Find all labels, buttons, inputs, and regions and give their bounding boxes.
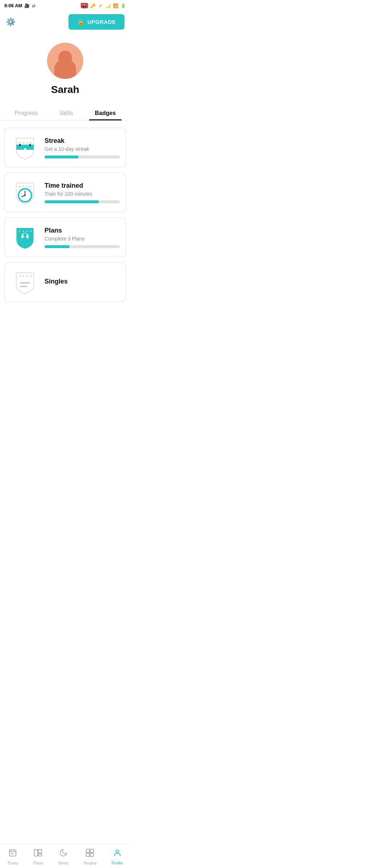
badge-icon-streak: ★ ★ ★ ★ xyxy=(10,133,39,162)
avatar-body xyxy=(54,59,76,79)
badge-info-singles: Singles xyxy=(45,278,120,287)
badge-title-singles: Singles xyxy=(45,278,120,285)
avatar xyxy=(47,43,83,79)
top-bar: ⚙️ 🔒 UPGRADE xyxy=(0,11,130,35)
svg-text:★: ★ xyxy=(26,230,28,233)
profile-section: Sarah xyxy=(0,35,130,99)
progress-fill-streak xyxy=(45,156,79,158)
svg-text:★: ★ xyxy=(18,230,21,233)
notification-badge: 📷 xyxy=(81,3,88,8)
svg-rect-27 xyxy=(20,282,30,284)
badge-info-streak: Streak Get a 10-day streak xyxy=(45,137,120,158)
badge-title-time-trained: Time trained xyxy=(45,182,120,190)
svg-text:★: ★ xyxy=(18,185,21,188)
svg-text:★: ★ xyxy=(18,275,21,278)
svg-rect-28 xyxy=(20,286,27,287)
progress-fill-time-trained xyxy=(45,200,99,203)
svg-text:★: ★ xyxy=(22,230,25,233)
badge-icon-singles: ★ ★ ★ ★ xyxy=(10,268,39,297)
badge-icon-time-trained: ★ ★ ★ ★ xyxy=(10,178,39,207)
svg-text:★: ★ xyxy=(22,141,25,145)
progress-bg-streak xyxy=(45,156,120,158)
progress-bg-time-trained xyxy=(45,200,120,203)
key-icon: 🔑 xyxy=(90,3,96,8)
tab-badges[interactable]: Badges xyxy=(89,106,122,120)
badge-desc-streak: Get a 10-day streak xyxy=(45,146,120,152)
badge-card-streak: ★ ★ ★ ★ Streak Get a 10-day streak xyxy=(4,128,126,167)
svg-text:★: ★ xyxy=(29,275,32,278)
status-time: 9:06 AM xyxy=(4,3,22,8)
badge-title-plans: Plans xyxy=(45,227,120,234)
bluetooth-icon: ⚡ xyxy=(98,3,103,8)
settings-button[interactable]: ⚙️ xyxy=(6,17,16,27)
transfer-icon: ⇄ xyxy=(32,3,35,8)
svg-text:★: ★ xyxy=(26,275,28,278)
svg-text:★: ★ xyxy=(22,185,25,188)
badges-list: ★ ★ ★ ★ Streak Get a 10-day streak xyxy=(0,122,130,337)
svg-text:★: ★ xyxy=(22,275,25,278)
badge-desc-plans: Complete 3 Plans xyxy=(45,236,120,242)
badge-icon-plans: ★ ★ ★ ★ xyxy=(10,223,39,252)
badge-title-streak: Streak xyxy=(45,137,120,145)
svg-text:★: ★ xyxy=(29,185,32,188)
progress-bg-plans xyxy=(45,245,120,248)
tab-progress[interactable]: Progress xyxy=(9,106,43,120)
svg-rect-7 xyxy=(29,144,31,146)
badge-card-plans: ★ ★ ★ ★ Plans Complete 3 Plans xyxy=(4,217,126,257)
svg-text:★: ★ xyxy=(29,230,32,233)
badge-card-singles: ★ ★ ★ ★ Singles xyxy=(4,262,126,302)
badge-info-plans: Plans Complete 3 Plans xyxy=(45,227,120,248)
battery-icon: 🔋 xyxy=(121,3,126,8)
video-icon: 🎥 xyxy=(24,3,30,8)
status-bar: 9:06 AM 🎥 ⇄ 📷 🔑 ⚡ 🌙 📶 🔋 xyxy=(0,0,130,11)
badge-info-time-trained: Time trained Train for 100 minutes xyxy=(45,182,120,203)
svg-rect-6 xyxy=(19,144,21,146)
badge-desc-time-trained: Train for 100 minutes xyxy=(45,191,120,197)
svg-point-15 xyxy=(24,195,26,196)
progress-fill-plans xyxy=(45,245,70,248)
upgrade-button[interactable]: 🔒 UPGRADE xyxy=(68,14,125,30)
user-name: Sarah xyxy=(51,84,79,95)
tab-bar: Progress Skills Badges xyxy=(0,99,130,120)
lock-icon: 🔒 xyxy=(77,18,85,25)
svg-text:★: ★ xyxy=(26,141,28,145)
moon-icon: 🌙 xyxy=(105,3,111,8)
badge-card-time-trained: ★ ★ ★ ★ Time trained Train for 100 minut… xyxy=(4,173,126,212)
wifi-icon: 📶 xyxy=(113,3,118,8)
svg-text:★: ★ xyxy=(26,185,28,188)
svg-point-22 xyxy=(22,237,28,241)
svg-point-21 xyxy=(23,233,27,237)
upgrade-label: UPGRADE xyxy=(87,19,116,25)
tab-skills[interactable]: Skills xyxy=(54,106,79,120)
